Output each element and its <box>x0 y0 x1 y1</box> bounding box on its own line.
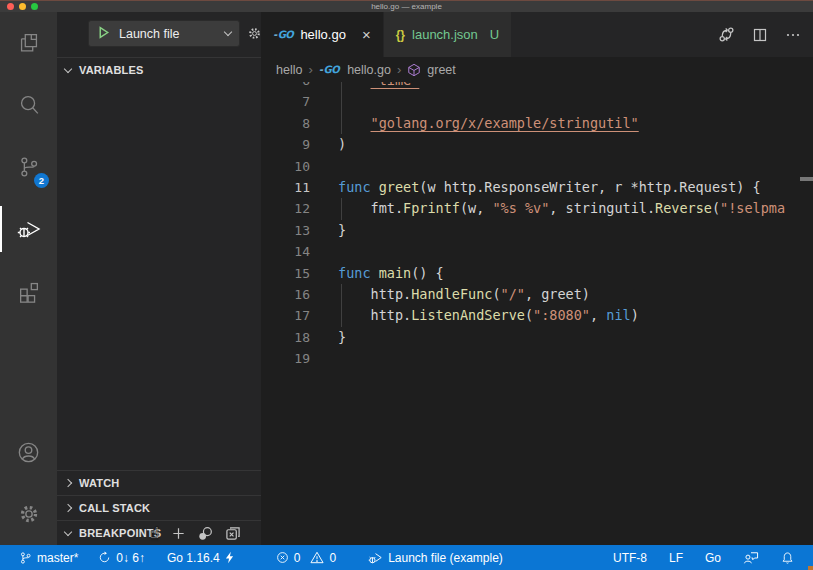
close-tab-icon[interactable]: × <box>362 27 371 42</box>
more-actions-icon[interactable] <box>785 27 801 43</box>
launch-config-dropdown[interactable]: Launch file <box>88 20 240 47</box>
code-line-14[interactable]: 14 <box>261 241 813 262</box>
call-stack-section-header[interactable]: CALL STACK <box>57 495 261 520</box>
code-line-8[interactable]: 8 "golang.org/x/example/stringutil" <box>261 113 813 134</box>
line-number: 17 <box>261 305 310 326</box>
untracked-badge: U <box>490 27 499 42</box>
code-line-18[interactable]: 18} <box>261 327 813 348</box>
zoom-window-button[interactable] <box>31 3 38 10</box>
vscode-window: hello.go — example <box>0 0 813 570</box>
watch-section-header[interactable]: WATCH <box>57 470 261 495</box>
chevron-down-icon <box>224 28 232 36</box>
code-editor[interactable]: 6 "time"78 "golang.org/x/example/stringu… <box>261 82 813 545</box>
problems-item[interactable]: 0 0 <box>271 551 341 565</box>
minimize-window-button[interactable] <box>19 3 26 10</box>
extensions-icon[interactable] <box>0 260 57 322</box>
git-branch-label: master* <box>37 551 78 565</box>
language-server-bolt-icon <box>225 551 234 564</box>
activity-bar: 2 <box>0 12 57 545</box>
variables-section-label: VARIABLES <box>79 64 144 76</box>
sync-counts-label: 0↓ 6↑ <box>116 551 145 565</box>
code-line-19[interactable]: 19 <box>261 348 813 369</box>
configure-gear-icon[interactable] <box>246 25 261 46</box>
line-text: func greet(w http.ResponseWriter, r *htt… <box>338 177 761 198</box>
line-number: 15 <box>261 263 310 284</box>
open-changes-icon[interactable] <box>718 26 735 43</box>
code-line-16[interactable]: 16 http.HandleFunc("/", greet) <box>261 284 813 305</box>
line-text: func main() { <box>338 263 444 284</box>
search-icon[interactable] <box>0 74 57 136</box>
line-number: 19 <box>261 348 310 369</box>
mouse-cursor-pointer: ☝ <box>150 524 159 542</box>
line-text: http.HandleFunc("/", greet) <box>338 284 590 305</box>
watch-section-label: WATCH <box>79 477 120 489</box>
go-version-item[interactable]: Go 1.16.4 <box>162 551 239 565</box>
add-function-breakpoint-icon[interactable] <box>171 526 186 541</box>
line-text: http.ListenAndServe(":8080", nil) <box>338 305 639 326</box>
source-control-icon[interactable]: 2 <box>0 136 57 198</box>
remove-all-breakpoints-icon[interactable] <box>225 526 241 541</box>
close-window-button[interactable] <box>7 3 14 10</box>
variables-panel <box>57 82 261 470</box>
code-line-17[interactable]: 17 http.ListenAndServe(":8080", nil) <box>261 305 813 326</box>
overview-ruler-cursor-marker <box>800 177 813 181</box>
code-line-13[interactable]: 13} <box>261 220 813 241</box>
line-number: 10 <box>261 156 310 177</box>
desktop-corner-speck <box>808 566 813 570</box>
debug-target-item[interactable]: Launch file (example) <box>363 551 508 565</box>
line-number: 18 <box>261 327 310 348</box>
warnings-icon <box>310 551 324 564</box>
explorer-icon[interactable] <box>0 12 57 74</box>
code-line-12[interactable]: 12 fmt.Fprintf(w, "%s %v", stringutil.Re… <box>261 198 813 219</box>
sync-changes-item[interactable]: 0↓ 6↑ <box>93 551 150 565</box>
breakpoints-actions <box>171 526 241 541</box>
errors-count: 0 <box>294 551 301 565</box>
account-icon[interactable] <box>0 421 57 483</box>
launch-config-label: Launch file <box>119 27 179 41</box>
breadcrumb-separator: › <box>397 62 401 77</box>
encoding-item[interactable]: UTF-8 <box>608 551 652 565</box>
feedback-icon[interactable] <box>738 551 764 565</box>
settings-gear-icon[interactable] <box>0 483 57 545</box>
window-title: hello.go — example <box>371 1 442 12</box>
breadcrumb-folder[interactable]: hello <box>276 63 302 77</box>
editor-group: GO hello.go × {} launch.json U <box>261 12 813 545</box>
code-line-7[interactable]: 7 <box>261 91 813 112</box>
git-branch-item[interactable]: master* <box>14 551 83 565</box>
symbol-cube-icon <box>407 63 421 77</box>
tab-launch-json[interactable]: {} launch.json U <box>383 12 512 57</box>
tab-label: hello.go <box>300 27 346 42</box>
code-line-6[interactable]: 6 "time" <box>261 82 813 91</box>
line-number: 8 <box>261 113 310 134</box>
chevron-down-icon <box>64 65 72 73</box>
code-line-9[interactable]: 9) <box>261 134 813 155</box>
language-mode-item[interactable]: Go <box>700 551 726 565</box>
breadcrumb-separator: › <box>308 62 312 77</box>
breakpoints-section-label: BREAKPOINTS <box>79 527 161 539</box>
breadcrumb-symbol[interactable]: greet <box>427 63 456 77</box>
code-line-15[interactable]: 15func main() { <box>261 263 813 284</box>
errors-icon <box>276 551 289 564</box>
go-version-label: Go 1.16.4 <box>167 551 220 565</box>
title-bar: hello.go — example <box>0 0 813 12</box>
line-number: 13 <box>261 220 310 241</box>
go-file-icon: GO <box>319 64 339 75</box>
notifications-bell-icon[interactable] <box>776 551 799 565</box>
chevron-down-icon <box>64 528 72 536</box>
traffic-lights[interactable] <box>7 3 38 10</box>
toggle-breakpoints-icon[interactable] <box>197 526 214 541</box>
code-line-10[interactable]: 10 <box>261 156 813 177</box>
variables-section-header[interactable]: VARIABLES <box>57 57 261 82</box>
chevron-right-icon <box>64 504 72 512</box>
run-and-debug-icon[interactable] <box>0 198 57 260</box>
line-number: 7 <box>261 91 310 112</box>
source-control-badge: 2 <box>34 173 49 188</box>
tab-hello-go[interactable]: GO hello.go × <box>261 12 383 57</box>
eol-item[interactable]: LF <box>664 551 688 565</box>
line-text: } <box>338 220 346 241</box>
debug-toolbar: Launch file <box>57 12 261 57</box>
split-editor-icon[interactable] <box>752 27 768 43</box>
code-line-11[interactable]: 11func greet(w http.ResponseWriter, r *h… <box>261 177 813 198</box>
start-debug-icon[interactable] <box>97 25 110 43</box>
breadcrumb-file[interactable]: hello.go <box>347 63 391 77</box>
